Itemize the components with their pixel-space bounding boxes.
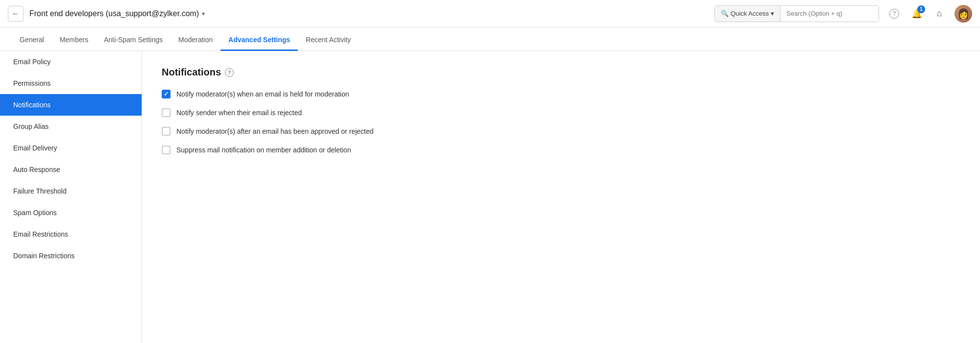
group-title[interactable]: Front end developers (usa_support@zylker…: [29, 9, 205, 18]
back-icon: ←: [12, 9, 20, 18]
sidebar-item-auto-response[interactable]: Auto Response: [0, 159, 142, 180]
sidebar-item-domain-restrictions[interactable]: Domain Restrictions: [0, 245, 142, 267]
help-icon: ?: [889, 9, 899, 19]
search-area: 🔍 Quick Access ▾: [714, 5, 879, 22]
avatar[interactable]: 👩: [955, 5, 972, 23]
tab-members[interactable]: Members: [52, 30, 96, 51]
tab-recent-activity[interactable]: Recent Activity: [298, 30, 359, 51]
notifications-button[interactable]: 🔔 1: [909, 6, 924, 21]
notification-badge: 1: [917, 5, 925, 13]
tab-general[interactable]: General: [12, 30, 52, 51]
section-title-text: Notifications: [162, 67, 221, 78]
tab-advanced-settings[interactable]: Advanced Settings: [220, 30, 298, 51]
main-layout: Email Policy Permissions Notifications G…: [0, 51, 980, 343]
tab-bar: General Members Anti-Spam Settings Moder…: [0, 27, 980, 51]
avatar-image: 👩: [957, 8, 970, 20]
home-button[interactable]: ⌂: [932, 6, 947, 21]
search-input[interactable]: [781, 6, 879, 22]
checkbox-label-notify-moderator-held: Notify moderator(s) when an email is hel…: [176, 90, 349, 98]
sidebar-item-permissions[interactable]: Permissions: [0, 73, 142, 94]
checkbox-suppress-mail[interactable]: [162, 146, 171, 154]
section-title: Notifications ?: [162, 67, 960, 78]
checkbox-label-notify-sender-rejected: Notify sender when their email is reject…: [176, 109, 302, 117]
checkbox-item-notify-moderator-held[interactable]: Notify moderator(s) when an email is hel…: [162, 90, 960, 98]
tab-moderation[interactable]: Moderation: [171, 30, 220, 51]
sidebar-item-email-delivery[interactable]: Email Delivery: [0, 137, 142, 159]
group-title-text: Front end developers (usa_support@zylker…: [29, 9, 199, 18]
sidebar-item-email-policy[interactable]: Email Policy: [0, 51, 142, 73]
checkbox-item-notify-moderator-approved[interactable]: Notify moderator(s) after an email has b…: [162, 127, 960, 136]
main-content: Notifications ? Notify moderator(s) when…: [142, 51, 980, 343]
sidebar-item-notifications[interactable]: Notifications: [0, 94, 142, 116]
quick-access-button[interactable]: 🔍 Quick Access ▾: [715, 6, 781, 22]
back-button[interactable]: ←: [8, 6, 24, 22]
checkbox-notify-sender-rejected[interactable]: [162, 108, 171, 117]
tab-anti-spam[interactable]: Anti-Spam Settings: [96, 30, 171, 51]
sidebar-item-failure-threshold[interactable]: Failure Threshold: [0, 180, 142, 202]
notifications-checkbox-list: Notify moderator(s) when an email is hel…: [162, 90, 960, 154]
quick-access-label: Quick Access: [731, 10, 769, 17]
checkbox-label-suppress-mail: Suppress mail notification on member add…: [176, 146, 351, 154]
checkbox-item-notify-sender-rejected[interactable]: Notify sender when their email is reject…: [162, 108, 960, 117]
sidebar-item-email-restrictions[interactable]: Email Restrictions: [0, 223, 142, 245]
search-icon-small: 🔍: [721, 10, 729, 17]
sidebar: Email Policy Permissions Notifications G…: [0, 51, 142, 343]
checkbox-notify-moderator-approved[interactable]: [162, 127, 171, 136]
sidebar-item-spam-options[interactable]: Spam Options: [0, 202, 142, 223]
help-button[interactable]: ?: [887, 6, 902, 21]
checkbox-label-notify-moderator-approved: Notify moderator(s) after an email has b…: [176, 127, 373, 135]
checkbox-notify-moderator-held[interactable]: [162, 90, 171, 98]
header-icons: ? 🔔 1 ⌂ 👩: [887, 5, 972, 23]
title-chevron-icon: ▾: [202, 10, 205, 17]
notifications-help-icon[interactable]: ?: [225, 68, 234, 77]
sidebar-item-group-alias[interactable]: Group Alias: [0, 116, 142, 137]
app-header: ← Front end developers (usa_support@zylk…: [0, 0, 980, 27]
home-icon: ⌂: [937, 8, 942, 19]
checkbox-item-suppress-mail[interactable]: Suppress mail notification on member add…: [162, 146, 960, 154]
quick-access-chevron-icon: ▾: [771, 10, 774, 17]
